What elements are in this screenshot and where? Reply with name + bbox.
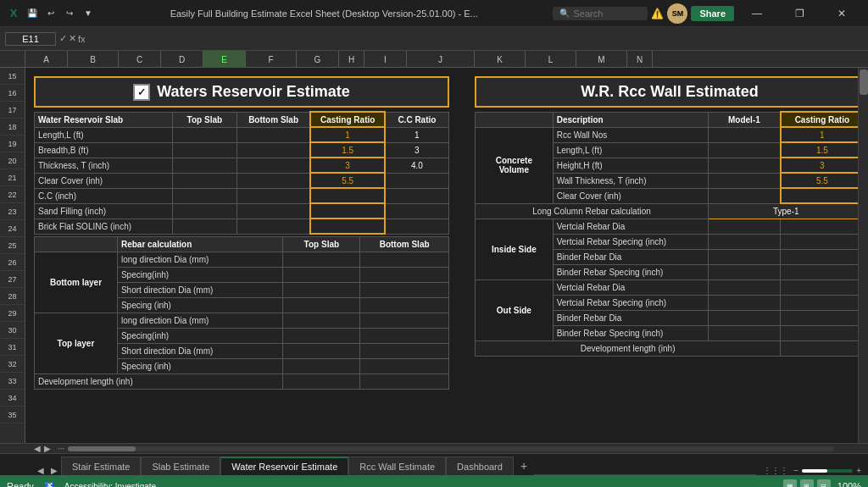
col-i[interactable]: I xyxy=(364,51,407,68)
warning-icon: ⚠️ xyxy=(651,8,664,19)
formula-bar: ✓ ✕ fx xyxy=(0,27,868,51)
col-l[interactable]: L xyxy=(526,51,576,68)
status-left: Ready ♿ Accessibility: Investigate xyxy=(7,481,156,487)
col-c[interactable]: C xyxy=(119,51,161,68)
rebar-section-col xyxy=(35,237,118,252)
length-cc[interactable]: 1 xyxy=(385,127,449,142)
status-right: ▦ ⊞ ⊟ 100% xyxy=(783,479,861,487)
cell-reference-input[interactable] xyxy=(5,32,56,46)
zoom-bar: − + xyxy=(793,466,861,475)
rebar-top-slab-header: Top Slab xyxy=(283,237,360,252)
row-31: 31 xyxy=(0,339,25,356)
breadth-casting[interactable]: 1.5 xyxy=(310,142,384,158)
col-g[interactable]: G xyxy=(297,51,339,68)
tab-dashboard[interactable]: Dashboard xyxy=(446,457,514,475)
col-f[interactable]: F xyxy=(246,51,297,68)
share-button[interactable]: Share xyxy=(691,6,734,21)
restore-button[interactable]: ❐ xyxy=(780,0,819,27)
undo-icon[interactable]: ↩ xyxy=(44,7,58,20)
row-33: 33 xyxy=(0,373,25,390)
rebar-calc-header: Rebar calculation xyxy=(117,237,283,252)
save-icon[interactable]: 💾 xyxy=(25,7,39,20)
wall-nos-casting[interactable]: 1 xyxy=(781,127,864,142)
ready-status: Ready xyxy=(7,481,34,487)
row-29: 29 xyxy=(0,305,25,322)
col-k[interactable]: K xyxy=(475,51,526,68)
wall-thickness-casting[interactable]: 5.5 xyxy=(781,173,864,188)
rebar-row-6: Specing(inh) xyxy=(117,329,283,344)
right-length-casting[interactable]: 1.5 xyxy=(781,142,864,158)
col-b[interactable]: B xyxy=(68,51,119,68)
formula-input[interactable] xyxy=(89,34,863,44)
right-table-title: W.R. Rcc Wall Estimated xyxy=(475,76,865,108)
outside-binder-spacing: Binder Rebar Specing (inch) xyxy=(553,325,708,340)
scroll-nav-left[interactable]: ◀ xyxy=(34,444,41,453)
tab-nav-left[interactable]: ◀ xyxy=(34,466,47,475)
dropdown-icon[interactable]: ▼ xyxy=(81,7,95,20)
row-numbers: 15 16 17 18 19 20 21 22 23 24 25 26 27 2… xyxy=(0,68,25,443)
accessibility-icon: ♿ xyxy=(44,482,54,488)
zoom-in-icon[interactable]: + xyxy=(856,466,861,475)
add-sheet-button[interactable]: + xyxy=(514,457,534,475)
right-length-label: Length,L (ft) xyxy=(553,142,708,158)
row-35: 35 xyxy=(0,407,25,423)
clear-cover-casting[interactable]: 5.5 xyxy=(310,173,384,188)
normal-view-icon[interactable]: ▦ xyxy=(783,479,797,487)
length-casting[interactable]: 1 xyxy=(310,127,384,142)
col-a[interactable]: A xyxy=(25,51,68,68)
height-casting[interactable]: 3 xyxy=(781,158,864,173)
minimize-button[interactable]: — xyxy=(737,0,776,27)
row-18: 18 xyxy=(0,119,25,136)
page-layout-icon[interactable]: ⊞ xyxy=(800,479,814,487)
search-icon: 🔍 xyxy=(559,8,570,18)
tab-rcc-wall-estimate[interactable]: Rcc Wall Estimate xyxy=(348,457,446,475)
type-label: Type-1 xyxy=(709,203,864,219)
checkbox-icon: ✓ xyxy=(133,84,150,101)
view-options-icon: ⋮⋮⋮ xyxy=(763,466,788,475)
inside-binder-spacing: Binder Rebar Specing (inch) xyxy=(553,264,708,279)
table-row: Clear Cover (inh) 5.5 xyxy=(35,173,449,188)
table-row: Brick Flat SOLING (inch) xyxy=(35,219,449,234)
right-clear-cover-label: Clear Cover (inh) xyxy=(553,188,708,203)
page-break-icon[interactable]: ⊟ xyxy=(817,479,831,487)
redo-icon[interactable]: ↪ xyxy=(63,7,76,20)
col-n[interactable]: N xyxy=(627,51,653,68)
zoom-out-icon[interactable]: − xyxy=(793,466,798,475)
search-input[interactable] xyxy=(573,8,641,19)
col-j[interactable]: J xyxy=(407,51,475,68)
col-d[interactable]: D xyxy=(161,51,203,68)
thickness-casting[interactable]: 3 xyxy=(310,158,384,173)
formula-dividers: ✓ ✕ fx xyxy=(59,33,86,44)
table-row: C.C (inch) xyxy=(35,188,449,203)
right-title-text: W.R. Rcc Wall Estimated xyxy=(581,83,758,101)
col-e[interactable]: E xyxy=(203,51,246,68)
spreadsheet-container: A B C D E F G H I J K L M N 15 16 17 18 … xyxy=(0,51,868,443)
top-layer-label: Top layer xyxy=(35,313,118,374)
cross-icon[interactable]: ✕ xyxy=(69,33,76,44)
row-22: 22 xyxy=(0,186,25,203)
close-button[interactable]: ✕ xyxy=(822,0,861,27)
scroll-nav-right[interactable]: ▶ xyxy=(44,444,51,453)
tab-stair-estimate[interactable]: Stair Estimate xyxy=(61,457,141,475)
breadth-cc[interactable]: 3 xyxy=(385,142,449,158)
tab-water-reservoir-estimate[interactable]: Water Reservoir Estimate xyxy=(220,457,348,475)
table-row: Bottom layer long direction Dia (mm) xyxy=(35,252,449,268)
zoom-slider[interactable] xyxy=(802,469,853,473)
right-concrete-vol-col xyxy=(476,112,554,127)
right-casting-ratio-header: Casting Ratio xyxy=(781,112,864,127)
rebar-row-2: Specing(inh) xyxy=(117,268,283,283)
tab-nav-right[interactable]: ▶ xyxy=(47,466,61,475)
thickness-cc[interactable]: 4.0 xyxy=(385,158,449,173)
right-dev-length: Development length (inh) xyxy=(476,340,781,356)
vertical-scrollbar[interactable] xyxy=(858,68,868,443)
col-bottom-slab-header: Bottom Slab xyxy=(236,112,310,127)
tab-slab-estimate[interactable]: Slab Estimate xyxy=(141,457,220,475)
col-h[interactable]: H xyxy=(339,51,364,68)
sheet-content: ✓ Waters Reservoir Estimate Water Reserv… xyxy=(25,68,868,443)
table-row: Top layer long direction Dia (mm) xyxy=(35,313,449,329)
dev-length-row: Development length (inh) xyxy=(35,374,283,390)
col-m[interactable]: M xyxy=(576,51,627,68)
check-icon[interactable]: ✓ xyxy=(59,33,67,44)
cc-inch-label: C.C (inch) xyxy=(35,188,173,203)
hscroll-thumb[interactable] xyxy=(68,446,136,451)
